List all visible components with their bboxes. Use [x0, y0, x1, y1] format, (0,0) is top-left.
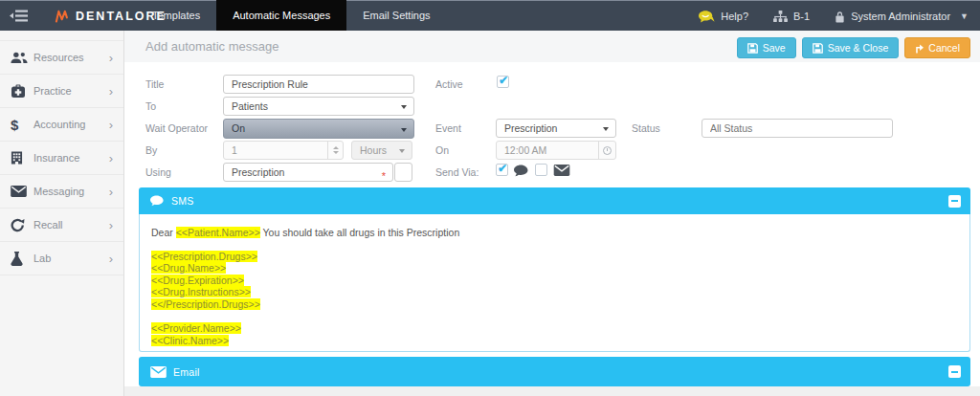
chevron-right-icon	[109, 149, 113, 166]
envelope-icon	[11, 186, 33, 197]
on-time-value: 12:00 AM	[504, 144, 546, 156]
flask-icon	[11, 252, 33, 266]
sidebar-toggle-icon[interactable]	[10, 10, 29, 22]
using-dropdown-button[interactable]	[394, 163, 412, 182]
help-menu[interactable]: Help?	[699, 11, 748, 23]
required-asterisk: *	[382, 167, 386, 185]
sidebar-item-accounting[interactable]: Accounting	[0, 108, 123, 142]
using-select[interactable]: Prescription *	[223, 163, 393, 182]
sidebar-item-practice[interactable]: Practice	[0, 75, 123, 108]
email-envelope-icon	[553, 165, 570, 176]
page-footer-strip	[124, 386, 980, 396]
sidebar-item-recall[interactable]: Recall	[0, 209, 123, 242]
sidebar-item-label: Recall	[33, 219, 109, 231]
email-envelope-icon	[150, 366, 167, 378]
sidebar-item-messaging[interactable]: Messaging	[0, 175, 123, 209]
branch-label: B-1	[793, 11, 810, 22]
number-stepper[interactable]	[327, 142, 343, 159]
cancel-button[interactable]: Cancel	[904, 37, 970, 58]
collapse-email-button[interactable]	[948, 365, 961, 378]
floppy-disk-icon	[813, 43, 823, 54]
lock-icon	[835, 11, 845, 23]
active-checkbox[interactable]	[497, 76, 509, 88]
merge-token: <<Prescription.Drugs>>	[151, 251, 257, 262]
using-label: Using	[145, 166, 171, 178]
building-icon	[11, 151, 33, 165]
caret-down-icon	[401, 105, 407, 109]
clock-icon[interactable]	[598, 142, 615, 159]
nav-tab-email-settings[interactable]: Email Settings	[346, 0, 446, 32]
cancel-label: Cancel	[928, 42, 960, 54]
chevron-right-icon	[109, 216, 113, 233]
by-label: By	[145, 144, 157, 156]
email-panel-header[interactable]: Email	[139, 357, 970, 386]
action-buttons: Save Save & Close Cancel	[737, 37, 970, 58]
event-select[interactable]: Prescription	[496, 119, 616, 138]
sidebar-item-label: Practice	[33, 85, 109, 97]
collapse-sms-button[interactable]	[948, 195, 961, 208]
event-label: Event	[435, 122, 461, 134]
on-time-input[interactable]: 12:00 AM	[496, 141, 616, 160]
sidebar-item-lab[interactable]: Lab	[0, 242, 123, 275]
sidebar-item-label: Accounting	[33, 119, 109, 130]
title-input[interactable]	[223, 75, 414, 94]
status-label: Status	[632, 122, 660, 134]
merge-token: <<Drug.Instructions>>	[151, 286, 251, 297]
send-via-email-checkbox[interactable]	[535, 164, 547, 176]
chevron-right-icon	[109, 49, 113, 66]
email-panel-title: Email	[173, 366, 200, 378]
page-title: Add automatic message	[145, 39, 278, 54]
send-via-label: Send Via:	[435, 166, 479, 178]
by-number-input[interactable]: 1	[223, 141, 344, 160]
help-label: Help?	[721, 11, 748, 22]
merge-token: <<Patient.Name>>	[176, 227, 260, 238]
sidebar-item-label: Lab	[33, 253, 109, 264]
chevron-right-icon	[109, 82, 113, 99]
sidebar-item-label: Resources	[33, 52, 109, 63]
title-label: Title	[145, 78, 164, 90]
by-unit-select[interactable]: Hours	[351, 141, 412, 160]
merge-token: <<Provider.Name>>	[151, 322, 241, 334]
save-and-close-button[interactable]: Save & Close	[802, 37, 900, 58]
by-unit-value: Hours	[360, 144, 387, 156]
using-select-value: Prescription	[232, 166, 284, 178]
event-select-value: Prescription	[504, 122, 557, 134]
status-input[interactable]	[702, 119, 893, 138]
chevron-right-icon	[109, 183, 113, 200]
wait-operator-label: Wait Operator	[145, 122, 208, 134]
to-select[interactable]: Patients	[223, 97, 414, 116]
back-arrow-icon	[915, 43, 924, 54]
chevron-down-icon: ▼	[960, 11, 969, 21]
branch-menu[interactable]: B-1	[773, 11, 810, 23]
chevron-right-icon	[109, 116, 113, 133]
wait-operator-select[interactable]: On	[223, 119, 414, 139]
sidebar-item-resources[interactable]: Resources	[0, 41, 123, 75]
by-number-value: 1	[232, 144, 237, 156]
merge-token: <<Clinic.Name>>	[151, 335, 229, 346]
nav-tab-templates[interactable]: Templates	[136, 0, 216, 32]
page-header: Add automatic message Save Save & Close …	[124, 31, 980, 62]
caret-down-icon	[603, 127, 609, 131]
send-via-sms-checkbox[interactable]	[496, 164, 508, 176]
sms-bubble-icon	[150, 195, 165, 207]
merge-token: <<Drug.Expiration>>	[151, 275, 244, 286]
save-label: Save	[763, 42, 786, 54]
user-menu[interactable]: System Administrator ▼	[835, 11, 969, 23]
users-icon	[11, 52, 33, 64]
top-navbar: DENTALORE Templates Automatic Messages E…	[0, 0, 980, 31]
refresh-icon	[11, 218, 33, 232]
sitemap-icon	[773, 11, 788, 23]
nav-tab-automatic-messages[interactable]: Automatic Messages	[216, 0, 346, 32]
medical-bag-icon	[11, 84, 33, 98]
save-button[interactable]: Save	[737, 37, 796, 58]
caret-down-icon	[401, 128, 407, 132]
sidebar-item-insurance[interactable]: Insurance	[0, 142, 123, 175]
dentalore-logo-icon	[55, 10, 69, 23]
sidebar: Resources Practice Accounting Insurance	[0, 31, 124, 396]
wait-operator-value: On	[232, 122, 245, 134]
sms-panel-header[interactable]: SMS	[139, 187, 970, 214]
chat-bubble-icon	[699, 11, 715, 23]
sms-message-editor[interactable]: Dear <<Patient.Name>> You should take al…	[139, 214, 970, 352]
caret-down-icon	[399, 149, 405, 153]
chevron-right-icon	[109, 250, 113, 267]
